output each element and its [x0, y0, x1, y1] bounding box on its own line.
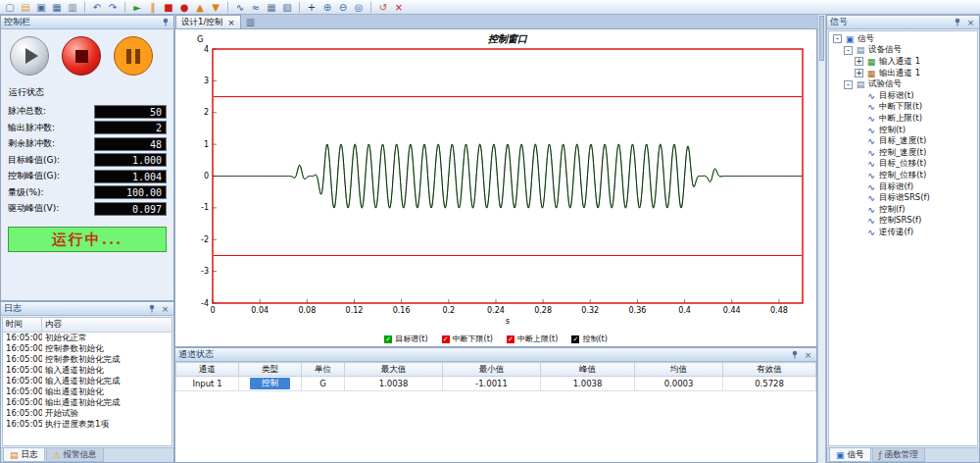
channel-column-header[interactable]: 通道: [176, 363, 239, 377]
tree-item-label: 控制SRS(f): [879, 215, 921, 227]
tree-item[interactable]: ∿中断下限(t): [830, 102, 977, 114]
undo-icon[interactable]: ↶: [90, 1, 104, 14]
level-down-icon[interactable]: ▼: [209, 1, 222, 14]
tree-item[interactable]: ∿目标_速度(t): [830, 135, 977, 147]
tree-item[interactable]: ∿控制SRS(f): [830, 216, 977, 228]
cursor-icon[interactable]: +: [305, 1, 318, 14]
tree-item[interactable]: ∿中断上限(t): [830, 113, 977, 125]
tree-item[interactable]: ∿控制(f): [830, 204, 977, 216]
zoom-reset-icon[interactable]: ◎: [352, 1, 366, 14]
level-up-icon[interactable]: ▲: [193, 1, 207, 14]
expand-expander-icon[interactable]: +: [855, 57, 863, 66]
log-message-cell: 输入通道初始化: [42, 365, 107, 376]
pin-icon[interactable]: [789, 349, 800, 360]
run-test-icon[interactable]: ►: [130, 1, 144, 14]
window-select-icon[interactable]: ▥: [246, 17, 255, 27]
control-panel-titlebar: 控制栏: [1, 16, 173, 29]
pin-icon[interactable]: [146, 303, 157, 314]
log-column-content[interactable]: 内容: [42, 318, 65, 332]
stop-button[interactable]: [62, 36, 101, 76]
channel-cell: 控制: [239, 377, 302, 391]
tree-item[interactable]: -▣信号: [830, 33, 977, 45]
tree-item[interactable]: ∿目标谱(t): [830, 90, 977, 102]
document-tab[interactable]: 设计1/控制 ×: [175, 15, 241, 28]
print-icon[interactable]: ▥: [66, 1, 79, 14]
log-row: 16:05:00控制参数初始化完成: [3, 354, 172, 365]
channel-column-header[interactable]: 类型: [239, 363, 302, 377]
tree-item[interactable]: ∿控制_速度(t): [830, 147, 977, 159]
tree-item[interactable]: -▤设备信号: [830, 45, 977, 57]
collapse-expander-icon[interactable]: -: [844, 46, 853, 55]
signal-tab-0[interactable]: ▣信号: [829, 448, 871, 462]
pause-button[interactable]: [114, 36, 153, 76]
main-area: 控制栏 运行状态 脉冲总数:50输出脉冲数:2剩余脉冲数:48目标峰值(G):1…: [0, 15, 980, 463]
close-tab-icon[interactable]: ×: [227, 18, 235, 27]
vertical-scrollbar[interactable]: [817, 15, 826, 463]
tree-item[interactable]: -▤试验信号: [830, 78, 977, 90]
close-icon[interactable]: ×: [803, 349, 813, 360]
close-icon[interactable]: ×: [160, 303, 171, 314]
legend-item[interactable]: ✓控制(t): [571, 334, 607, 344]
pin-icon[interactable]: [160, 17, 171, 27]
pause-test-icon[interactable]: ‖: [146, 1, 160, 14]
close-app-icon[interactable]: ×: [392, 1, 406, 14]
legend-item[interactable]: ✓中断下限(t): [442, 334, 493, 344]
pin-icon[interactable]: [952, 17, 962, 27]
signal-tab-1[interactable]: ƒ函数管理: [872, 448, 925, 462]
tree-item[interactable]: ∿目标_位移(t): [830, 159, 977, 171]
tree-item[interactable]: +▦输出通道 1: [830, 68, 977, 79]
tree-item[interactable]: ∿逆传递(f): [830, 227, 977, 238]
center-column: 设计1/控制 × ▥ 控制窗口G-4-3-2-10123400.040.080.…: [174, 15, 817, 463]
time-window-icon[interactable]: ∿: [233, 1, 247, 14]
spectrum-window-icon[interactable]: ≈: [249, 1, 263, 14]
stop-test-icon[interactable]: ■: [162, 1, 175, 14]
waveform-icon: ∿: [866, 182, 876, 192]
log-tab-0[interactable]: ▤日志: [3, 448, 45, 462]
legend-item[interactable]: ✓目标谱(t): [384, 334, 427, 344]
open-file-icon[interactable]: ▤: [19, 1, 32, 14]
svg-text:0.08: 0.08: [298, 306, 316, 315]
redo-icon[interactable]: ↷: [106, 1, 120, 14]
channel-column-header[interactable]: 最大值: [345, 363, 443, 377]
channel-column-header[interactable]: 均值: [635, 363, 723, 377]
close-icon[interactable]: ×: [965, 17, 976, 27]
new-file-icon[interactable]: ▢: [3, 1, 17, 14]
signal-tree: -▣信号-▤设备信号+▦输入通道 1+▦输出通道 1-▤试验信号∿目标谱(t)∿…: [828, 30, 978, 446]
log-time-cell: 16:05:00: [3, 386, 42, 397]
tree-item[interactable]: ∿控制(t): [830, 125, 977, 136]
zoom-out-icon[interactable]: ⊖: [336, 1, 350, 14]
log-message-cell: 输入通道初始化完成: [42, 376, 123, 386]
log-tab-1[interactable]: ⚠报警信息: [46, 448, 104, 462]
chart-canvas: 控制窗口G-4-3-2-10123400.040.080.120.160.20.…: [175, 29, 816, 346]
tree-item[interactable]: +▦输入通道 1: [830, 56, 977, 68]
refresh-view-icon[interactable]: ↺: [376, 1, 390, 14]
collapse-expander-icon[interactable]: -: [844, 80, 853, 89]
tree-item[interactable]: ∿控制_位移(t): [830, 170, 977, 181]
log-message-cell: 控制参数初始化: [42, 343, 107, 354]
save-icon[interactable]: ▣: [34, 1, 48, 14]
channel-column-header[interactable]: 最小值: [443, 363, 541, 377]
log-time-cell: 16:05:00: [3, 333, 42, 343]
channel-column-header[interactable]: 峰值: [541, 363, 635, 377]
record-icon[interactable]: ●: [177, 1, 191, 14]
svg-text:0.48: 0.48: [770, 306, 788, 315]
tree-item[interactable]: ∿目标谱(f): [830, 181, 977, 193]
legend-item[interactable]: ✓中断上限(t): [507, 334, 558, 344]
layout-window-icon[interactable]: ▧: [280, 1, 294, 14]
start-button[interactable]: [10, 36, 49, 76]
control-chart[interactable]: 控制窗口G-4-3-2-10123400.040.080.120.160.20.…: [174, 29, 817, 347]
collapse-expander-icon[interactable]: -: [833, 34, 842, 43]
channel-column-header[interactable]: 单位: [302, 363, 345, 377]
waveform-icon: ∿: [866, 148, 876, 158]
expand-expander-icon[interactable]: +: [855, 69, 863, 77]
log-column-time[interactable]: 时间: [3, 318, 42, 332]
channel-row[interactable]: Input 1控制G1.0038-1.00111.00380.00030.572…: [176, 377, 816, 391]
scrollbar-thumb[interactable]: [819, 16, 824, 61]
tree-item[interactable]: ∿目标谱SRS(f): [830, 192, 977, 204]
channel-column-header[interactable]: 有效值: [723, 363, 816, 377]
control-panel-title: 控制栏: [4, 16, 30, 28]
table-window-icon[interactable]: ▦: [265, 1, 278, 14]
svg-text:-2: -2: [201, 235, 209, 244]
save-all-icon[interactable]: ▦: [50, 1, 64, 14]
zoom-in-icon[interactable]: ⊕: [320, 1, 334, 14]
